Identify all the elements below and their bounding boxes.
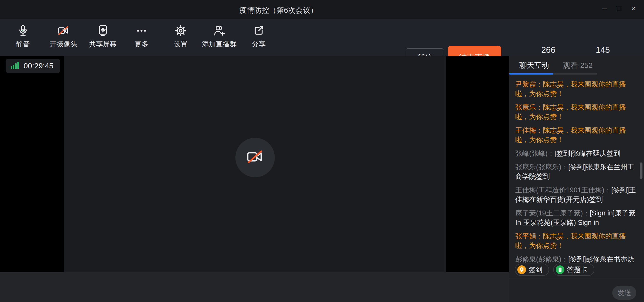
- share-icon: [252, 24, 265, 37]
- live-duration-badge: 00:29:45: [6, 59, 60, 73]
- total-views-value: 266: [529, 45, 567, 55]
- answer-card-button[interactable]: 答题卡: [553, 264, 594, 276]
- title-bar: 疫情防控（第6次会议） ─□×: [0, 0, 644, 19]
- settings-icon: [174, 24, 187, 37]
- live-broadcast-window: 疫情防控（第6次会议） ─□× 静音 开摄像头 共享屏幕 更多 设置 添加直播群…: [0, 0, 644, 302]
- close-button[interactable]: ×: [627, 3, 639, 15]
- tab-underline-track: [509, 73, 597, 75]
- send-button[interactable]: 发送: [612, 286, 636, 300]
- message-sender: 张峰(张峰)：: [515, 150, 554, 157]
- chat-message: 王佳梅(工程造价1901王佳梅)：[签到]王佳梅在新华百货(开元店)签到: [515, 185, 639, 204]
- toolbar-item-share[interactable]: 分享: [236, 23, 282, 48]
- likes-value: 145: [591, 45, 615, 55]
- toolbar-item-label: 开摄像头: [40, 40, 86, 48]
- live-duration: 00:29:45: [24, 61, 53, 70]
- message-sender: 彭修泉(彭修泉)：: [515, 255, 568, 263]
- chat-message: 张平娟：陈志昊，我来围观你的直播啦，为你点赞！: [515, 232, 639, 251]
- quick-button-label: 签到: [529, 265, 542, 274]
- chat-message: 彭修泉(彭修泉)：[签到]彭修泉在书亦烧仙: [515, 255, 639, 263]
- toolbar-item-label: 添加直播群: [196, 40, 242, 48]
- quick-button-label: 答题卡: [567, 265, 588, 274]
- message-sender: 尹黎霞：: [515, 80, 543, 88]
- video-viewport: [64, 56, 446, 272]
- toolbar-item-label: 分享: [236, 40, 282, 48]
- signin-button[interactable]: 签到: [515, 264, 549, 276]
- camera-off-indicator: [235, 138, 275, 177]
- chevron-down-icon[interactable]: [62, 29, 67, 32]
- signal-bars-icon: [11, 61, 20, 71]
- chat-message: 尹黎霞：陈志昊，我来围观你的直播啦，为你点赞！: [515, 80, 639, 99]
- message-sender: 张平娟：: [515, 232, 543, 240]
- bottom-bar: [0, 272, 509, 302]
- chat-message: 张康乐：陈志昊，我来围观你的直播啦，为你点赞！: [515, 103, 639, 122]
- chat-message: 张峰(张峰)：[签到]张峰在延庆签到: [515, 149, 639, 158]
- chat-message-list: 尹黎霞：陈志昊，我来围观你的直播啦，为你点赞！张康乐：陈志昊，我来围观你的直播啦…: [515, 80, 639, 263]
- signin-icon: [517, 265, 526, 274]
- chat-message: 张康乐(张康乐)：[签到]张康乐在兰州工商学院签到: [515, 162, 639, 181]
- message-text: [签到]张峰在延庆签到: [554, 150, 620, 157]
- toolbar-item-add-live-group[interactable]: 添加直播群: [196, 23, 242, 48]
- chat-scrollbar-thumb[interactable]: [640, 162, 642, 179]
- quick-actions: 签到 答题卡: [515, 264, 594, 276]
- tab-viewers[interactable]: 观看·252: [563, 60, 593, 70]
- answer-card-icon: [556, 265, 564, 274]
- chat-panel: 聊天互动 观看·252 尹黎霞：陈志昊，我来围观你的直播啦，为你点赞！张康乐：陈…: [509, 56, 644, 302]
- toolbar-item-open-camera[interactable]: 开摄像头: [40, 23, 86, 48]
- window-controls: ─□×: [598, 3, 639, 15]
- message-sender: 王佳梅(工程造价1901王佳梅)：: [515, 186, 611, 194]
- message-input-row: 发送: [509, 278, 644, 302]
- message-sender: 张康乐(张康乐)：: [515, 163, 568, 171]
- chat-message: 康子豪(19土二康子豪)：[Sign in]康子豪 In 玉泉花苑(玉泉路) S…: [515, 209, 639, 227]
- toolbar: 静音 开摄像头 共享屏幕 更多 设置 添加直播群 分享 暂停 结束直播 266 …: [0, 19, 644, 56]
- chevron-down-icon[interactable]: [22, 29, 26, 32]
- video-stage: 00:29:45: [0, 56, 509, 272]
- chevron-down-icon[interactable]: [102, 29, 106, 32]
- tab-chat-interaction[interactable]: 聊天互动: [519, 60, 549, 70]
- window-title: 疫情防控（第6次会议）: [77, 0, 480, 19]
- minimize-button[interactable]: ─: [598, 3, 611, 15]
- add-group-icon: [213, 24, 226, 37]
- message-sender: 王佳梅：: [515, 127, 543, 134]
- maximize-button[interactable]: □: [613, 3, 625, 15]
- chat-message: 王佳梅：陈志昊，我来围观你的直播啦，为你点赞！: [515, 126, 639, 145]
- active-tab-indicator: [509, 73, 553, 75]
- message-sender: 张康乐：: [515, 103, 543, 111]
- message-sender: 康子豪(19土二康子豪)：: [515, 209, 590, 217]
- more-icon: [135, 24, 148, 37]
- camera-off-icon: [246, 148, 264, 167]
- toolbar-item-label: 静音: [0, 40, 46, 48]
- toolbar-item-mute[interactable]: 静音: [0, 23, 46, 48]
